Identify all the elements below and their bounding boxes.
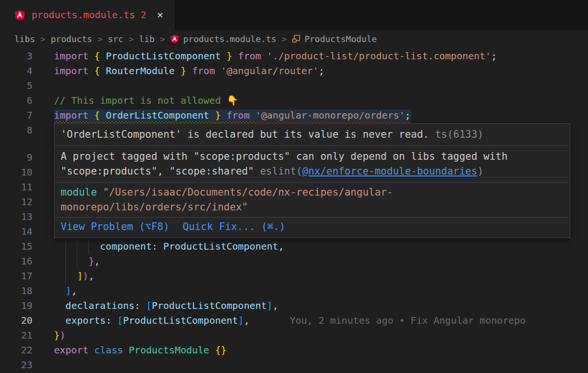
code-content — [48, 195, 54, 209]
code-content: import { OrderListComponent } from '@ang… — [48, 108, 411, 123]
code-token — [54, 300, 65, 311]
indent — [54, 254, 65, 269]
code-content: }) — [48, 328, 65, 343]
code-line-16[interactable]: 16}, — [0, 254, 588, 269]
code-line-19[interactable]: 19 declarations: [ProductListComponent], — [0, 298, 588, 313]
line-number: 17 — [0, 269, 48, 284]
breadcrumb-item-products.module.ts[interactable]: products.module.ts — [170, 34, 276, 44]
code-token: ; — [319, 65, 324, 77]
code-token: ProductsModule — [129, 344, 215, 356]
breadcrumb-item-libs[interactable]: libs — [14, 34, 35, 44]
indent-guide — [65, 269, 77, 284]
breadcrumb-item-src[interactable]: src — [108, 34, 124, 44]
hover-highlight: import { OrderListComponent } from '@ang… — [54, 110, 411, 121]
breadcrumb-label: lib — [139, 34, 155, 44]
code-token: ] — [238, 315, 244, 326]
line-number: 21 — [0, 328, 48, 343]
code-token: , — [71, 285, 77, 296]
editor: 3import { ProductListComponent } from '.… — [0, 48, 588, 373]
code-content — [48, 123, 54, 138]
code-line-3[interactable]: 3import { ProductListComponent } from '.… — [0, 49, 588, 64]
code-token: export — [54, 344, 94, 356]
code-token: : — [106, 315, 117, 326]
tab-products-module[interactable]: products.module.ts 2 × — [0, 0, 175, 30]
code-line-4[interactable]: 4import { RouterModule } from '@angular/… — [0, 64, 588, 78]
code-line-7[interactable]: 7import { OrderListComponent } from '@an… — [0, 108, 588, 123]
breadcrumb-item-lib[interactable]: lib — [139, 34, 155, 44]
code-token: ProductListComponent — [123, 315, 238, 326]
chevron-right-icon: > — [160, 34, 165, 44]
code-token: : — [135, 300, 146, 311]
code-content: import { ProductListComponent } from './… — [48, 49, 497, 64]
code-content: ], — [48, 284, 77, 298]
code-line-6[interactable]: 6// This import is not allowed 👇 — [0, 93, 588, 108]
code-content — [48, 224, 54, 239]
tab-bar: products.module.ts 2 × — [0, 0, 588, 30]
indent-guide — [65, 254, 77, 269]
code-token: from — [232, 50, 267, 62]
code-token: : — [152, 241, 163, 252]
code-token: import — [54, 65, 94, 77]
code-token: './product-list/product-list.component' — [267, 50, 492, 62]
line-number: 4 — [0, 64, 48, 78]
code-content: // This import is not allowed 👇 — [48, 93, 238, 108]
view-problem-action[interactable]: View Problem (⌥F8) — [61, 219, 170, 234]
code-line-5[interactable]: 5 — [0, 78, 588, 93]
code-token: '@angular-monorepo/orders' — [255, 110, 405, 121]
code-token: ] — [65, 285, 71, 296]
code-token: , — [244, 315, 249, 326]
code-token: ) — [83, 270, 88, 282]
code-line-18[interactable]: 18 ], — [0, 284, 588, 298]
code-content: exports: [ProductListComponent],You, 2 m… — [48, 313, 525, 328]
code-line-17[interactable]: 17]), — [0, 269, 588, 284]
breadcrumb-item-products[interactable]: products — [51, 34, 92, 44]
line-number: 9 — [0, 150, 48, 165]
code-token: RouterModule — [100, 65, 181, 77]
code-line-21[interactable]: 21}) — [0, 328, 588, 343]
indent-guide — [77, 239, 88, 254]
code-content — [48, 358, 54, 373]
hover-actions: View Problem (⌥F8)Quick Fix... (⌘.) — [54, 218, 570, 238]
code-content: }, — [48, 254, 100, 269]
indent-guide — [65, 239, 77, 254]
code-token: , — [278, 241, 284, 252]
code-content: component: ProductListComponent, — [48, 239, 284, 254]
code-token: import — [54, 110, 94, 121]
breadcrumb-item-ProductsModule[interactable]: ProductsModule — [292, 34, 377, 44]
angular-icon — [170, 34, 179, 44]
hover-diagnostic-eslint: A project tagged with "scope:products" c… — [54, 146, 570, 182]
code-token: from — [186, 65, 221, 77]
line-number: 23 — [0, 358, 48, 373]
line-number: 19 — [0, 298, 48, 313]
code-content — [48, 180, 54, 195]
code-content — [48, 209, 54, 224]
code-line-23[interactable]: 23 — [0, 358, 588, 373]
code-token: , — [94, 255, 100, 267]
diagnostic-source-prefix: eslint( — [254, 165, 302, 177]
angular-icon — [14, 10, 25, 21]
diagnostic-message: 'OrderListComponent' is declared but its… — [61, 129, 429, 140]
code-content: export class ProductsModule {} — [48, 343, 226, 358]
hover-module-ref: module"/Users/isaac/Documents/code/nx-re… — [54, 183, 570, 217]
line-number: 16 — [0, 254, 48, 269]
class-icon — [292, 34, 300, 43]
code-token — [54, 285, 65, 296]
code-token: // This import is not allowed 👇 — [54, 95, 238, 106]
close-icon[interactable]: × — [157, 10, 163, 21]
git-blame-annotation: You, 2 minutes ago • Fix Angular monorep… — [290, 315, 526, 326]
code-token: } — [88, 255, 94, 267]
code-token: { — [94, 50, 100, 62]
code-line-22[interactable]: 22export class ProductsModule {} — [0, 343, 588, 358]
diagnostic-source-suffix: ) — [477, 165, 483, 177]
line-number: 11 — [0, 180, 48, 195]
code-line-20[interactable]: 20 exports: [ProductListComponent],You, … — [0, 313, 588, 328]
quick-fix-action[interactable]: Quick Fix... (⌘.) — [183, 219, 286, 234]
indent — [54, 239, 65, 254]
code-token: ProductListComponent — [152, 300, 267, 311]
code-content: ]), — [48, 269, 94, 284]
code-content: declarations: [ProductListComponent], — [48, 298, 278, 313]
eslint-rule-link[interactable]: @nx/enforce-module-boundaries — [302, 165, 478, 177]
breadcrumb-label: ProductsModule — [304, 34, 377, 44]
code-line-15[interactable]: 15component: ProductListComponent, — [0, 239, 588, 254]
line-number: 15 — [0, 239, 48, 254]
